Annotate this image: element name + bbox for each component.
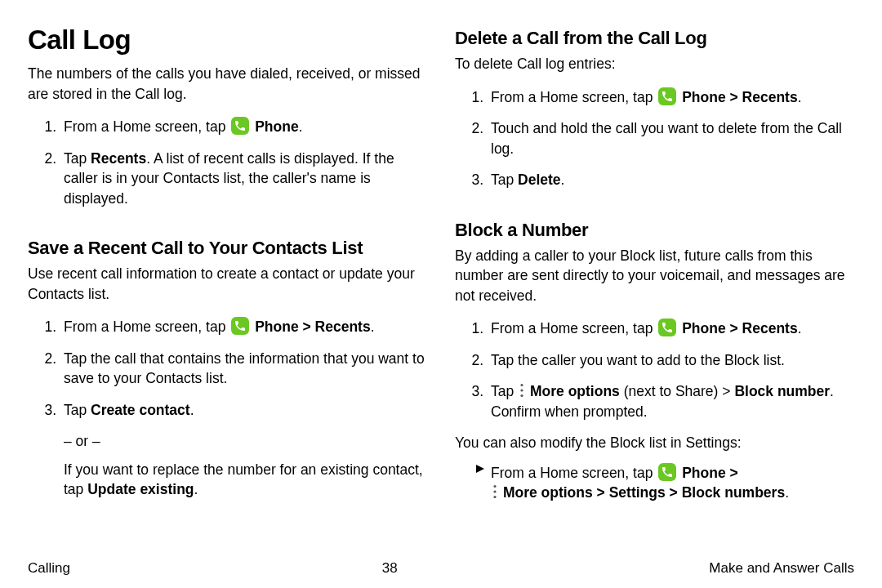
list-item: Tap the call that contains the informati…: [60, 349, 427, 389]
text: Tap: [64, 150, 91, 167]
list-item: Touch and hold the call you want to dele…: [488, 118, 854, 158]
heading-block-number: Block a Number: [455, 220, 854, 241]
delete-steps: From a Home screen, tap Phone > Recents.…: [455, 87, 854, 202]
heading-delete-call: Delete a Call from the Call Log: [455, 28, 854, 49]
phone-label: Phone: [682, 89, 725, 105]
text: (next to Share) >: [620, 383, 735, 399]
list-item: Tap More options (next to Share) > Block…: [488, 381, 854, 421]
list-item: Tap Recents. A list of recent calls is d…: [60, 149, 427, 209]
or-text: – or –: [64, 431, 427, 452]
page-content: Call Log The numbers of the calls you ha…: [0, 0, 882, 552]
more-options-label: More options: [530, 383, 620, 399]
block-number-label: Block number: [734, 383, 830, 399]
list-item: Tap the caller you want to add to the Bl…: [488, 350, 854, 371]
list-item: From a Home screen, tap Phone > Recents.: [488, 87, 854, 108]
page-footer: Calling 38 Make and Answer Calls: [28, 560, 854, 577]
list-item: From a Home screen, tap Phone > Recents.: [488, 318, 854, 339]
page-number: 38: [382, 560, 398, 577]
text: From a Home screen, tap: [491, 320, 657, 336]
footer-left: Calling: [28, 560, 70, 577]
svg-point-3: [493, 485, 496, 488]
text: .: [194, 481, 198, 497]
phone-icon: [658, 87, 676, 105]
text: >: [726, 465, 738, 481]
svg-point-1: [520, 389, 523, 391]
text: .: [190, 402, 194, 418]
phone-label: Phone: [255, 118, 298, 135]
more-options-icon: [519, 383, 524, 398]
text: From a Home screen, tap: [64, 318, 229, 335]
recents-label: Recents: [742, 320, 798, 336]
text: >: [666, 484, 682, 501]
block-also-text: You can also modify the Block list in Se…: [455, 433, 854, 453]
phone-icon: [231, 317, 249, 335]
phone-icon: [231, 117, 249, 135]
footer-right: Make and Answer Calls: [709, 560, 854, 577]
recents-label: Recents: [742, 89, 798, 105]
text: >: [299, 318, 315, 335]
svg-point-2: [520, 394, 523, 397]
list-item: Tap Delete.: [488, 170, 854, 190]
text: >: [593, 484, 609, 501]
text: From a Home screen, tap: [491, 89, 657, 105]
call-log-steps: From a Home screen, tap Phone. Tap Recen…: [28, 117, 427, 220]
left-column: Call Log The numbers of the calls you ha…: [28, 24, 427, 552]
heading-call-log: Call Log: [28, 24, 427, 56]
save-intro: Use recent call information to create a …: [28, 264, 427, 304]
svg-point-5: [493, 496, 496, 498]
text: .: [371, 318, 375, 335]
call-log-intro: The numbers of the calls you have dialed…: [28, 64, 427, 104]
phone-icon: [658, 463, 676, 481]
list-item: From a Home screen, tap Phone.: [60, 117, 427, 137]
phone-icon: [658, 318, 676, 336]
settings-label: Settings: [609, 484, 666, 501]
right-column: Delete a Call from the Call Log To delet…: [455, 24, 854, 552]
text: >: [726, 89, 742, 105]
text: From a Home screen, tap: [491, 465, 657, 481]
update-existing-label: Update existing: [87, 481, 194, 497]
text: .: [561, 172, 565, 188]
phone-label: Phone: [682, 465, 725, 481]
svg-point-0: [520, 384, 523, 386]
text: From a Home screen, tap: [64, 118, 229, 135]
text: .: [785, 484, 789, 501]
text: Tap: [491, 383, 518, 399]
phone-label: Phone: [682, 320, 725, 336]
delete-intro: To delete Call log entries:: [455, 54, 854, 74]
block-settings-path: From a Home screen, tap Phone > More opt…: [474, 463, 854, 503]
save-steps: From a Home screen, tap Phone > Recents.…: [28, 317, 427, 431]
more-options-icon: [492, 484, 497, 499]
text: .: [798, 320, 802, 336]
list-item: Tap Create contact.: [60, 400, 427, 421]
text: Tap: [491, 172, 518, 188]
heading-save-recent: Save a Recent Call to Your Contacts List: [28, 238, 427, 259]
list-item: From a Home screen, tap Phone > Recents.: [60, 317, 427, 337]
svg-point-4: [493, 490, 496, 492]
triangle-bullet-icon: [474, 463, 486, 503]
phone-label: Phone: [255, 318, 298, 335]
delete-label: Delete: [518, 172, 561, 188]
recents-label: Recents: [91, 150, 146, 167]
block-numbers-label: Block numbers: [682, 484, 785, 501]
block-intro: By adding a caller to your Block list, f…: [455, 246, 854, 306]
create-contact-label: Create contact: [91, 402, 190, 418]
text: >: [726, 320, 742, 336]
text: .: [798, 89, 802, 105]
more-options-label: More options: [503, 484, 593, 501]
recents-label: Recents: [315, 318, 371, 335]
block-steps: From a Home screen, tap Phone > Recents.…: [455, 318, 854, 433]
text: From a Home screen, tap Phone > More opt…: [491, 463, 854, 503]
text: Tap: [64, 402, 91, 418]
text: .: [299, 118, 303, 135]
update-existing-note: If you want to replace the number for an…: [64, 460, 427, 500]
